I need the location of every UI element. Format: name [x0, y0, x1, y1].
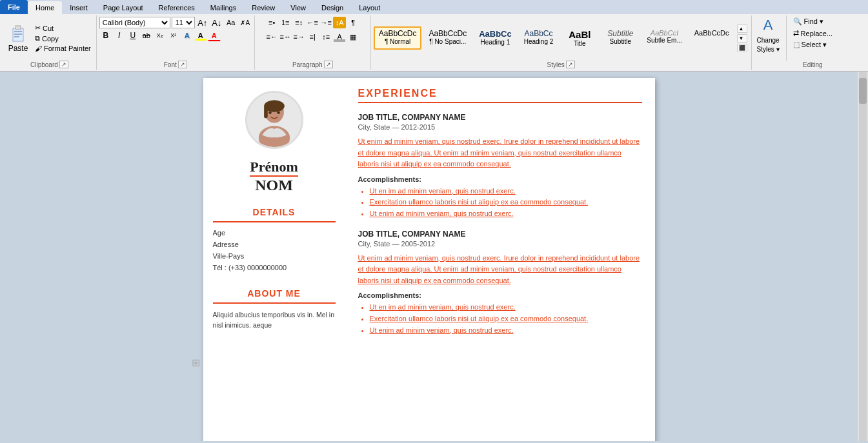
add-block-handle[interactable]: ⊞	[192, 357, 200, 369]
svg-point-10	[268, 112, 272, 114]
style-subtle-em-button[interactable]: AaBbCcI Subtle Em...	[641, 26, 687, 50]
styles-expand-btn[interactable]: ↗	[566, 61, 575, 68]
paste-label: Paste	[8, 44, 28, 53]
style-subtitle-button[interactable]: Subtitle Subtitle	[601, 26, 640, 50]
select-button[interactable]: ⬚ Select ▾	[791, 40, 830, 50]
copy-icon: ⧉	[35, 34, 40, 43]
font-size-select[interactable]: 11	[172, 17, 195, 28]
copy-button[interactable]: ⧉ Copy	[32, 34, 94, 43]
change-styles-content: A Change Styles ▾	[754, 17, 782, 68]
clipboard-expand[interactable]: ↗	[59, 61, 68, 68]
increase-font-button[interactable]: A↑	[196, 17, 209, 28]
scissors-icon: ✂	[35, 24, 41, 32]
font-color-button[interactable]: A	[208, 30, 221, 41]
tab-review[interactable]: Review	[244, 1, 283, 14]
tab-design[interactable]: Design	[314, 1, 351, 14]
job-1-location: City, State — 2012-2015	[358, 123, 642, 131]
show-hide-button[interactable]: ¶	[347, 17, 359, 28]
style-normal-button[interactable]: AaBbCcDc ¶ Normal	[374, 26, 422, 50]
strikethrough-button[interactable]: ab	[140, 30, 153, 41]
cut-button[interactable]: ✂ Cut	[32, 23, 94, 33]
job-1-bullet-3: Ut enim ad minim veniam, quis nostrud ex…	[370, 208, 642, 220]
tab-page-layout[interactable]: Page Layout	[96, 1, 151, 14]
bold-button[interactable]: B	[99, 30, 112, 41]
vertical-scrollbar[interactable]	[858, 72, 868, 441]
job-1-bullet-1: Ut en im ad minim veniam, quis nostrud e…	[370, 186, 642, 197]
align-center-button[interactable]: ≡↔	[279, 31, 292, 43]
paragraph-label: Paragraph ↗	[292, 59, 333, 68]
paste-button[interactable]: Paste	[5, 22, 31, 54]
decrease-indent-button[interactable]: ←≡	[306, 17, 319, 28]
styles-buttons: AaBbCcDc ¶ Normal AaBbCcDc ¶ No Spaci...…	[374, 26, 734, 50]
shading-button[interactable]: A	[333, 31, 346, 43]
svg-rect-4	[14, 36, 19, 37]
change-styles-button[interactable]: Change Styles ▾	[754, 36, 782, 54]
job-1-title: JOB TITLE, COMPANY NAME	[358, 113, 642, 122]
styles-expand[interactable]: ⬛	[737, 44, 747, 52]
clipboard-small-buttons: ✂ Cut ⧉ Copy 🖌 Format Painter	[32, 23, 94, 53]
subscript-button[interactable]: X₂	[154, 30, 167, 41]
justify-button[interactable]: ≡|	[306, 31, 319, 43]
tab-file[interactable]: File	[0, 0, 28, 14]
format-painter-button[interactable]: 🖌 Format Painter	[32, 44, 94, 53]
select-icon: ⬚	[793, 41, 800, 49]
tab-view[interactable]: View	[283, 1, 314, 14]
styles-scroll-up[interactable]: ▲	[737, 25, 747, 33]
line-spacing-button[interactable]: ↕≡	[319, 31, 332, 43]
change-case-button[interactable]: Aa	[225, 17, 237, 28]
document-area: ⊞	[0, 72, 868, 441]
multilevel-list-button[interactable]: ≡↕	[292, 17, 305, 28]
svg-rect-3	[14, 34, 22, 35]
detail-age: Age	[213, 229, 336, 237]
binoculars-icon: 🔍	[793, 17, 802, 26]
find-button[interactable]: 🔍 Find ▾	[791, 17, 826, 26]
numbering-button[interactable]: 1≡	[279, 17, 292, 28]
sort-button[interactable]: ↕A	[333, 17, 346, 28]
job-1-accomplishments-label: Accomplishments:	[358, 175, 642, 183]
replace-button[interactable]: ⇄ Replace...	[791, 28, 836, 38]
align-left-button[interactable]: ≡←	[265, 31, 278, 43]
editing-label: Editing	[803, 60, 823, 68]
paragraph-expand[interactable]: ↗	[324, 61, 333, 68]
editing-group: 🔍 Find ▾ ⇄ Replace... ⬚ Select ▾ Editing	[788, 15, 838, 70]
style-heading2-button[interactable]: AaBbCc Heading 2	[519, 26, 559, 50]
resume-sidebar: Prénom NOM DETAILS Age Adresse Ville-Pay…	[203, 78, 345, 441]
ribbon-body: Paste ✂ Cut ⧉ Copy 🖌 Format Painter	[0, 14, 868, 71]
ribbon: File Home Insert Page Layout References …	[0, 0, 868, 72]
job-1-desc: Ut enim ad minim veniam, quis nostrud ex…	[358, 136, 642, 170]
styles-scroll-down[interactable]: ▼	[737, 34, 747, 43]
details-section-title: DETAILS	[253, 207, 296, 217]
decrease-font-button[interactable]: A↓	[210, 17, 223, 28]
styles-content: AaBbCcDc ¶ Normal AaBbCcDc ¶ No Spaci...…	[374, 17, 749, 59]
clear-format-button[interactable]: ✗A	[239, 17, 252, 28]
tab-home[interactable]: Home	[28, 1, 62, 14]
italic-button[interactable]: I	[113, 30, 126, 41]
about-section: ABOUT ME Aliquid albucius temporibus vis…	[213, 288, 336, 331]
job-2-bullet-2: Exercitation ullamco laboris nisi ut ali…	[370, 313, 642, 325]
detail-tel: Tél : (+33) 0000000000	[213, 264, 336, 271]
highlight-color-button[interactable]: A	[194, 30, 207, 41]
style-extra-button[interactable]: AaBbCcDc	[689, 26, 734, 50]
font-expand[interactable]: ↗	[178, 61, 187, 68]
style-no-spacing-button[interactable]: AaBbCcDc ¶ No Spaci...	[423, 26, 472, 50]
bullets-button[interactable]: ≡•	[265, 17, 278, 28]
tab-references[interactable]: References	[151, 1, 203, 14]
superscript-button[interactable]: X²	[167, 30, 180, 41]
text-effects-button[interactable]: A	[181, 30, 194, 41]
style-heading1-button[interactable]: AaBbCc Heading 1	[474, 26, 517, 50]
increase-indent-button[interactable]: →≡	[319, 17, 332, 28]
scrollbar-thumb[interactable]	[859, 78, 867, 104]
tab-layout[interactable]: Layout	[351, 1, 388, 14]
avatar-image	[247, 91, 301, 149]
style-title-button[interactable]: AaBl Title	[560, 26, 599, 50]
font-family-select[interactable]: Calibri (Body)	[99, 17, 170, 28]
tab-insert[interactable]: Insert	[62, 1, 96, 14]
align-right-button[interactable]: ≡→	[292, 31, 305, 43]
underline-button[interactable]: U	[126, 30, 139, 41]
border-button[interactable]: ▦	[347, 31, 359, 43]
svg-rect-2	[14, 31, 22, 32]
detail-adresse: Adresse	[213, 241, 336, 248]
styles-label: Styles ↗	[547, 59, 575, 68]
tab-mailings[interactable]: Mailings	[203, 1, 244, 14]
font-content: Calibri (Body) 11 A↑ A↓ Aa ✗A B I U ab X…	[99, 17, 252, 59]
